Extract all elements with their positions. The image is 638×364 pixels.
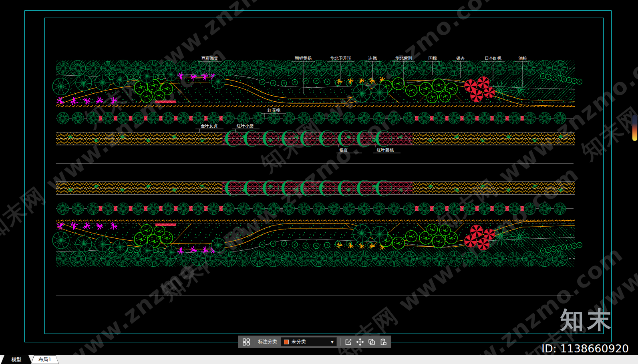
plant-label: 华北紫荆 [395, 56, 412, 60]
dropdown-value: 未分类 [292, 338, 328, 345]
asset-id-text: ID: 1138660920 [541, 342, 629, 355]
dropdown-color-swatch [284, 340, 289, 344]
copy-icon[interactable] [368, 338, 376, 346]
classify-label: 标注分类 [258, 338, 277, 345]
plant-label: 西府海棠 [201, 56, 219, 60]
tab-layout1[interactable]: 布局1 [30, 355, 60, 364]
annotation-toolbar: 标注分类 未分类 ▼ [238, 336, 391, 348]
plant-label: 国槐 [429, 56, 437, 60]
plant-label: 红花槐 [267, 108, 280, 113]
tab-model[interactable]: 模型 [1, 355, 32, 364]
plant-label: 红叶小檗 [236, 123, 254, 128]
chevron-down-icon: ▼ [331, 340, 334, 344]
plant-label: 银杏 [456, 56, 465, 60]
move-icon[interactable] [356, 338, 364, 346]
plant-label: 连翘 [368, 56, 377, 60]
tab-layout1-label: 布局1 [38, 356, 52, 363]
plant-label: 朝鲜黄杨 [294, 56, 312, 60]
plant-label: 油松 [519, 56, 527, 60]
toolbar-separator [254, 338, 254, 346]
application-window: 知末网 www.znzmo.com知末网 www.znzmo.com知末网 ww… [0, 0, 638, 364]
layout-tab-bar: 模型 布局1 [0, 355, 638, 364]
plant-label: 华北卫矛球 [330, 56, 352, 60]
znzmo-logo: 知末 [560, 308, 614, 332]
drawing-canvas[interactable]: 西府海棠朝鲜黄杨华北卫矛球连翘华北紫荆国槐银杏日本红枫油松红花槐金叶女贞红叶小檗… [0, 0, 638, 364]
plant-label: 红叶碧桃 [376, 147, 394, 152]
category-grid-icon[interactable] [242, 338, 250, 346]
category-dropdown[interactable]: 未分类 ▼ [281, 337, 337, 346]
planting-strip [50, 57, 582, 147]
right-scroll-indicator[interactable] [632, 115, 638, 141]
paste-icon[interactable] [379, 338, 387, 346]
plant-label: 金叶女贞 [201, 123, 218, 128]
plant-label: 日本红枫 [485, 56, 502, 60]
edit-icon[interactable] [344, 338, 352, 346]
tab-model-label: 模型 [12, 356, 22, 363]
plant-label: 银杏 [339, 147, 348, 152]
planting-strip-mirrored [50, 180, 582, 270]
toolbar-separator [340, 338, 341, 346]
